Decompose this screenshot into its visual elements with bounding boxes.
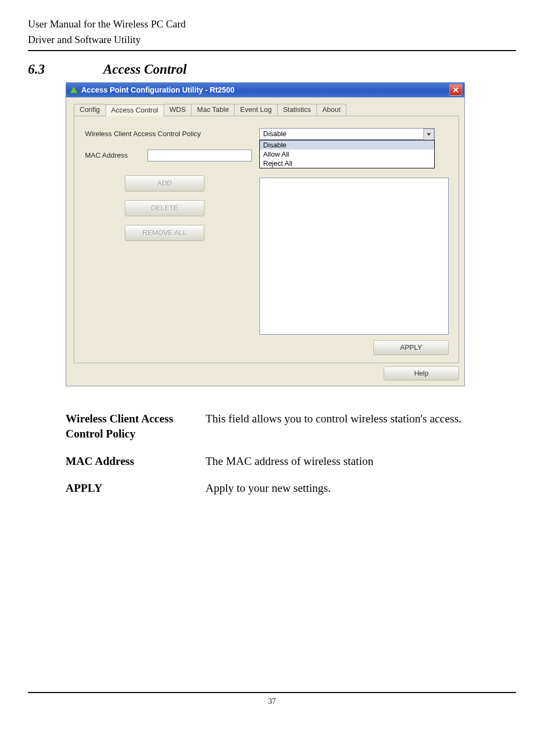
window-title: Access Point Configuration Utility - Rt2…: [81, 86, 449, 94]
close-icon: [453, 87, 458, 93]
page-footer: 37: [28, 692, 516, 706]
svg-marker-0: [70, 86, 77, 93]
doc-header-line2: Driver and Software Utility: [28, 32, 516, 47]
policy-dropdown-list: Disable Allow All Reject All: [259, 140, 435, 168]
screenshot: Access Point Configuration Utility - Rt2…: [66, 82, 516, 386]
tab-event-log[interactable]: Event Log: [234, 104, 278, 116]
tab-panel: Wireless Client Access Control Policy Di…: [74, 116, 459, 363]
desc-row-apply: APPLY Apply to your new settings.: [66, 481, 480, 507]
tab-config[interactable]: Config: [74, 104, 106, 116]
tab-access-control[interactable]: Access Control: [105, 104, 164, 116]
desc-def: The MAC address of wireless station: [206, 454, 480, 481]
policy-option-reject-all[interactable]: Reject All: [260, 159, 434, 168]
tab-about[interactable]: About: [316, 104, 347, 116]
policy-dropdown-button[interactable]: [423, 129, 434, 140]
doc-header: User Manual for the Wireless PC Card Dri…: [28, 16, 516, 51]
doc-header-line1: User Manual for the Wireless PC Card: [28, 16, 516, 32]
mac-address-listbox[interactable]: [259, 178, 449, 335]
desc-term: Wireless Client Access Control Policy: [66, 411, 206, 454]
tab-wds[interactable]: WDS: [164, 104, 192, 116]
desc-def: This field allows you to control wireles…: [206, 411, 480, 454]
apply-button[interactable]: APPLY: [373, 340, 449, 355]
policy-label: Wireless Client Access Control Policy: [85, 128, 252, 138]
tab-statistics[interactable]: Statistics: [277, 104, 317, 116]
mac-address-input[interactable]: [147, 150, 252, 161]
close-button[interactable]: [449, 84, 462, 96]
window-titlebar: Access Point Configuration Utility - Rt2…: [66, 83, 464, 97]
desc-term: MAC Address: [66, 454, 206, 481]
policy-option-allow-all[interactable]: Allow All: [260, 150, 434, 159]
policy-dropdown-value[interactable]: [259, 128, 435, 140]
remove-all-button[interactable]: REMOVE ALL: [125, 225, 204, 241]
desc-row-policy: Wireless Client Access Control Policy Th…: [66, 411, 480, 454]
section-heading: 6.3 Access Control: [28, 62, 516, 77]
desc-def: Apply to your new settings.: [206, 481, 480, 507]
policy-dropdown[interactable]: Disable Allow All Reject All: [259, 128, 435, 140]
help-button[interactable]: Help: [384, 366, 459, 380]
tab-row: Config Access Control WDS Mac Table Even…: [74, 104, 459, 116]
tab-mac-table[interactable]: Mac Table: [191, 104, 235, 116]
policy-option-disable[interactable]: Disable: [260, 140, 434, 150]
svg-marker-3: [427, 133, 431, 136]
desc-term: APPLY: [66, 481, 206, 507]
description-table: Wireless Client Access Control Policy Th…: [66, 411, 480, 507]
add-button[interactable]: ADD: [125, 175, 204, 192]
page-number: 37: [28, 697, 516, 706]
desc-row-mac: MAC Address The MAC address of wireless …: [66, 454, 480, 481]
app-window: Access Point Configuration Utility - Rt2…: [66, 82, 465, 386]
app-icon: [69, 86, 78, 94]
delete-button[interactable]: DELETE: [125, 200, 204, 216]
section-title: Access Control: [103, 62, 187, 77]
section-number: 6.3: [28, 62, 103, 77]
mac-address-label: MAC Address: [85, 151, 140, 159]
chevron-down-icon: [427, 133, 431, 136]
